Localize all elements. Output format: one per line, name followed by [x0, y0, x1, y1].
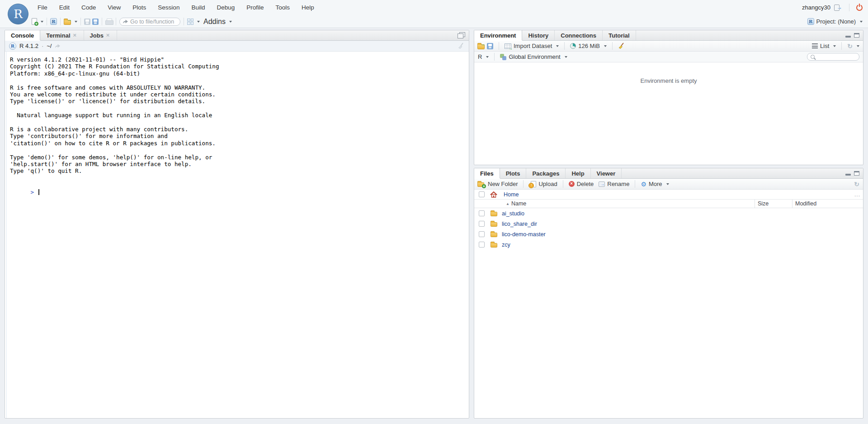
- row-checkbox[interactable]: [479, 221, 485, 227]
- tab-terminal[interactable]: Terminal: [40, 30, 84, 40]
- tab-console[interactable]: Console: [5, 30, 40, 40]
- environment-search-input[interactable]: [817, 54, 856, 60]
- working-directory-label[interactable]: ~/: [47, 43, 52, 49]
- tab-jobs[interactable]: Jobs: [84, 30, 117, 40]
- menu-plots[interactable]: Plots: [127, 4, 152, 11]
- close-icon[interactable]: [106, 33, 111, 38]
- new-project-button[interactable]: R: [50, 18, 57, 25]
- scope-selector[interactable]: Global Environment: [500, 53, 567, 60]
- maximize-pane-icon[interactable]: [458, 32, 465, 38]
- rename-button[interactable]: Rename: [599, 181, 629, 187]
- goto-directory-icon[interactable]: [55, 43, 61, 48]
- open-file-button[interactable]: [64, 19, 77, 25]
- tab-files[interactable]: Files: [474, 168, 500, 178]
- refresh-environment-button[interactable]: [847, 43, 859, 49]
- tab-plots[interactable]: Plots: [500, 168, 527, 178]
- goto-file-searchbox[interactable]: [119, 18, 180, 26]
- column-size[interactable]: Size: [758, 200, 769, 207]
- column-name[interactable]: Name: [506, 200, 526, 207]
- menu-tools[interactable]: Tools: [269, 4, 296, 11]
- memory-usage-button[interactable]: 126 MiB: [570, 43, 607, 49]
- language-selector[interactable]: R: [478, 53, 489, 60]
- file-row[interactable]: lico-demo-master: [474, 229, 863, 239]
- addins-button[interactable]: Addins: [203, 18, 232, 26]
- file-link[interactable]: lico-demo-master: [502, 231, 546, 238]
- new-file-button[interactable]: [32, 18, 43, 25]
- minimize-pane-icon[interactable]: [845, 171, 851, 176]
- upload-button[interactable]: Upload: [529, 181, 557, 187]
- row-checkbox[interactable]: [479, 210, 485, 216]
- menu-code[interactable]: Code: [75, 4, 102, 11]
- global-environment-icon: [500, 54, 506, 60]
- menu-debug[interactable]: Debug: [211, 4, 241, 11]
- file-row[interactable]: ai_studio: [474, 208, 863, 219]
- project-selector[interactable]: R Project: (None): [807, 15, 863, 28]
- console-prompt-line[interactable]: >: [10, 181, 469, 202]
- divider: [635, 180, 635, 188]
- tab-help-label: Help: [571, 170, 584, 177]
- tab-history[interactable]: History: [522, 30, 555, 40]
- file-link[interactable]: zcy: [502, 242, 510, 248]
- breadcrumb-home[interactable]: Home: [504, 191, 519, 198]
- console-line: [10, 147, 469, 153]
- save-button[interactable]: [84, 19, 90, 25]
- save-workspace-icon[interactable]: [487, 43, 493, 49]
- environment-pane: Environment History Connections Tutorial…: [474, 30, 863, 165]
- tab-environment[interactable]: Environment: [474, 30, 522, 40]
- console-output[interactable]: R version 4.1.2 (2021-11-01) -- "Bird Hi…: [5, 52, 469, 202]
- text-cursor: [38, 189, 39, 195]
- divider: [612, 42, 613, 50]
- maximize-pane-icon[interactable]: [854, 171, 859, 176]
- clear-console-icon[interactable]: [458, 43, 465, 49]
- divider: [494, 53, 495, 61]
- menu-build[interactable]: Build: [185, 4, 211, 11]
- plus-badge-icon: [34, 22, 38, 26]
- divider: [116, 18, 116, 25]
- column-modified[interactable]: Modified: [795, 200, 816, 207]
- file-row[interactable]: zcy: [474, 239, 863, 250]
- file-row[interactable]: lico_share_dir: [474, 219, 863, 229]
- tab-viewer[interactable]: Viewer: [591, 168, 622, 178]
- console-header: R R 4.1.2 · ~/: [5, 41, 469, 52]
- load-workspace-icon[interactable]: [477, 44, 485, 49]
- environment-searchbox[interactable]: [807, 53, 859, 61]
- path-options-button[interactable]: ...: [854, 191, 860, 198]
- minimize-pane-icon[interactable]: [845, 33, 851, 38]
- import-dataset-button[interactable]: Import Dataset: [505, 43, 559, 49]
- menu-edit[interactable]: Edit: [53, 4, 75, 11]
- tab-connections[interactable]: Connections: [555, 30, 603, 40]
- menu-session[interactable]: Session: [152, 4, 185, 11]
- chevron-down-icon: [229, 21, 232, 23]
- sign-out-icon[interactable]: [834, 5, 840, 11]
- menu-profile[interactable]: Profile: [241, 4, 269, 11]
- row-checkbox[interactable]: [479, 231, 485, 237]
- tab-tutorial[interactable]: Tutorial: [603, 30, 636, 40]
- clear-objects-icon[interactable]: [618, 43, 625, 49]
- refresh-files-icon[interactable]: [854, 181, 859, 187]
- close-icon[interactable]: [73, 33, 78, 38]
- files-pane: Files Plots Packages Help Viewer New Fol…: [474, 168, 863, 419]
- goto-file-input[interactable]: [130, 19, 177, 25]
- menu-file[interactable]: File: [32, 4, 53, 11]
- upload-label: Upload: [538, 181, 557, 187]
- delete-button[interactable]: Delete: [569, 181, 594, 187]
- file-link[interactable]: ai_studio: [502, 210, 524, 217]
- save-all-button[interactable]: [92, 19, 99, 25]
- tab-packages[interactable]: Packages: [526, 168, 566, 178]
- pane-layout-button[interactable]: [187, 19, 200, 25]
- quit-session-icon[interactable]: [856, 5, 863, 11]
- chevron-down-icon: [666, 183, 669, 185]
- select-all-checkbox[interactable]: [479, 191, 485, 197]
- tab-help[interactable]: Help: [566, 168, 590, 178]
- print-button[interactable]: [105, 19, 113, 25]
- more-button[interactable]: More: [641, 181, 669, 187]
- project-icon: R: [807, 18, 814, 25]
- row-checkbox[interactable]: [479, 242, 485, 248]
- tab-jobs-label: Jobs: [90, 32, 104, 39]
- maximize-pane-icon[interactable]: [854, 33, 859, 38]
- file-link[interactable]: lico_share_dir: [502, 221, 537, 227]
- menu-help[interactable]: Help: [296, 4, 320, 11]
- menu-view[interactable]: View: [102, 4, 127, 11]
- new-folder-button[interactable]: New Folder: [477, 181, 518, 187]
- list-view-button[interactable]: List: [812, 43, 836, 49]
